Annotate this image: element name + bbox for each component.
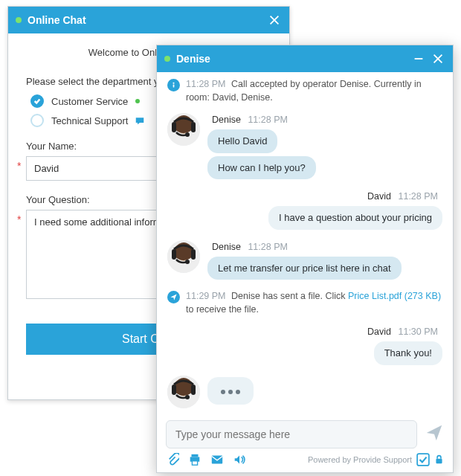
checkbox-icon[interactable] xyxy=(416,453,430,466)
svg-rect-20 xyxy=(212,456,222,464)
prechat-header: Online Chat xyxy=(8,7,289,33)
svg-point-0 xyxy=(173,83,174,84)
lock-icon xyxy=(434,454,444,466)
available-dot-icon xyxy=(135,99,140,103)
timestamp: 11:28 PM xyxy=(398,191,438,202)
typing-indicator-group xyxy=(167,376,442,408)
department-label: Customer Service xyxy=(51,96,128,107)
operator-avatar xyxy=(167,240,200,273)
close-icon[interactable] xyxy=(267,13,282,28)
operator-name: Denise xyxy=(176,53,210,65)
svg-rect-22 xyxy=(436,458,442,463)
attach-icon[interactable] xyxy=(166,453,179,466)
typing-indicator xyxy=(207,377,254,405)
status-dot-icon xyxy=(164,56,170,62)
prechat-title: Online Chat xyxy=(28,14,86,26)
message-bubble: Hello David xyxy=(207,129,277,153)
svg-rect-14 xyxy=(172,385,176,395)
radio-selected-icon xyxy=(30,94,44,108)
sender-name: Denise xyxy=(212,242,241,252)
timestamp: 11:28 PM xyxy=(186,79,226,89)
svg-rect-1 xyxy=(173,84,175,87)
svg-rect-5 xyxy=(191,122,196,132)
sent-icon xyxy=(167,291,180,303)
message-bubble: Let me transfer our price list here in c… xyxy=(207,257,402,280)
operator-avatar xyxy=(167,113,200,146)
composer xyxy=(157,414,453,448)
svg-rect-4 xyxy=(172,122,176,132)
visitor-message-group: David 11:30 PM Thank you! xyxy=(167,325,442,367)
system-message: 11:29 PM Denise has sent a file. Click P… xyxy=(167,290,442,316)
timestamp: 11:29 PM xyxy=(186,291,226,301)
message-bubble: Thank you! xyxy=(374,341,442,365)
timestamp: 11:28 PM xyxy=(248,242,288,252)
minimize-icon[interactable] xyxy=(411,51,426,66)
svg-rect-10 xyxy=(191,249,196,260)
svg-rect-19 xyxy=(192,461,197,465)
sender-name: David xyxy=(367,327,391,337)
powered-by-text[interactable]: Powered by Provide Support xyxy=(308,455,412,464)
print-icon[interactable] xyxy=(188,453,202,466)
chat-toolbar: Powered by Provide Support xyxy=(157,448,453,472)
message-icon xyxy=(135,116,144,125)
operator-message-group: Denise 11:28 PM Hello David How can I he… xyxy=(167,113,442,181)
chat-window: Denise 11:28 PM Call accepted by operato… xyxy=(156,45,454,473)
required-star-icon: * xyxy=(17,213,21,225)
file-link[interactable]: Price List.pdf (273 KB) xyxy=(348,291,441,301)
message-input[interactable] xyxy=(166,420,417,448)
message-bubble: How can I help you? xyxy=(207,156,316,180)
operator-message-group: Denise 11:28 PM Let me transfer our pric… xyxy=(167,240,442,282)
sender-name: David xyxy=(367,191,391,202)
required-star-icon: * xyxy=(17,160,21,172)
sender-name: Denise xyxy=(212,115,241,125)
sound-icon[interactable] xyxy=(233,453,246,466)
svg-rect-21 xyxy=(417,454,429,466)
radio-unselected-icon xyxy=(30,114,44,127)
mail-icon[interactable] xyxy=(210,453,224,466)
chat-body: 11:28 PM Call accepted by operator Denis… xyxy=(157,72,453,414)
status-dot-icon xyxy=(16,17,22,23)
department-label: Technical Support xyxy=(51,115,128,126)
file-notice-after: to receive the file. xyxy=(186,304,259,315)
timestamp: 11:30 PM xyxy=(398,327,438,337)
timestamp: 11:28 PM xyxy=(248,115,288,125)
file-notice-before: Denise has sent a file. Click xyxy=(231,291,348,301)
svg-rect-9 xyxy=(172,249,176,260)
svg-rect-15 xyxy=(191,385,196,395)
message-bubble: I have a question about your pricing xyxy=(268,206,442,230)
info-icon xyxy=(167,79,180,91)
svg-rect-17 xyxy=(192,454,199,457)
operator-avatar xyxy=(167,376,200,408)
send-icon[interactable] xyxy=(425,423,444,446)
system-message: 11:28 PM Call accepted by operator Denis… xyxy=(167,78,442,104)
close-icon[interactable] xyxy=(431,51,445,66)
chat-header: Denise xyxy=(157,45,453,72)
visitor-message-group: David 11:28 PM I have a question about y… xyxy=(167,190,442,231)
